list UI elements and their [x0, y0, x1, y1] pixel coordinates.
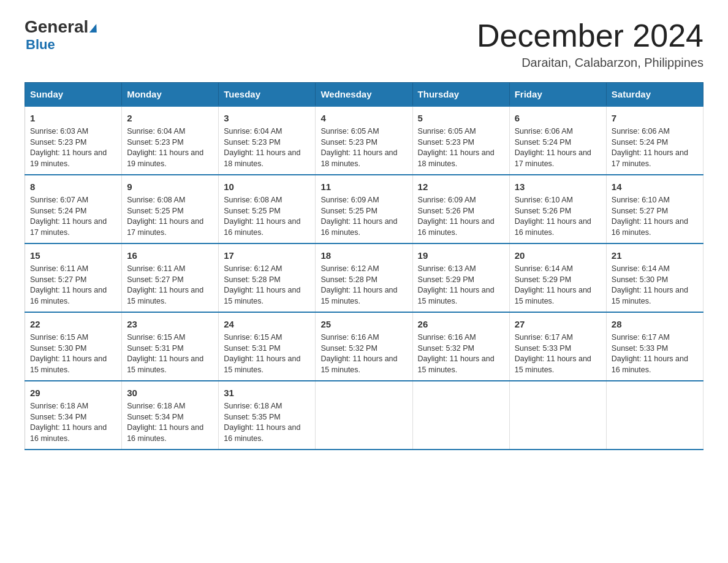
- day-number: 31: [224, 386, 310, 399]
- day-cell-4: 4Sunrise: 6:05 AMSunset: 5:23 PMDaylight…: [316, 106, 412, 175]
- header-saturday: Saturday: [606, 83, 703, 107]
- day-number: 12: [418, 180, 504, 193]
- day-number: 5: [418, 112, 504, 124]
- day-cell-19: 19Sunrise: 6:13 AMSunset: 5:29 PMDayligh…: [412, 243, 509, 312]
- day-cell-6: 6Sunrise: 6:06 AMSunset: 5:24 PMDaylight…: [509, 106, 606, 175]
- day-cell-16: 16Sunrise: 6:11 AMSunset: 5:27 PMDayligh…: [122, 243, 219, 312]
- day-number: 23: [127, 318, 213, 331]
- empty-cell-w4-3: [316, 381, 412, 450]
- logo-general: General: [25, 18, 97, 36]
- location: Daraitan, Calabarzon, Philippines: [477, 56, 703, 70]
- day-number: 20: [515, 249, 601, 262]
- week-row-3: 15Sunrise: 6:11 AMSunset: 5:27 PMDayligh…: [25, 243, 703, 312]
- day-number: 8: [30, 180, 116, 193]
- day-cell-28: 28Sunrise: 6:17 AMSunset: 5:33 PMDayligh…: [606, 312, 703, 381]
- header-sunday: Sunday: [25, 83, 122, 107]
- day-number: 28: [612, 318, 698, 331]
- day-number: 7: [612, 112, 698, 124]
- day-cell-27: 27Sunrise: 6:17 AMSunset: 5:33 PMDayligh…: [509, 312, 606, 381]
- day-cell-18: 18Sunrise: 6:12 AMSunset: 5:28 PMDayligh…: [316, 243, 412, 312]
- header-thursday: Thursday: [412, 83, 509, 107]
- day-cell-11: 11Sunrise: 6:09 AMSunset: 5:25 PMDayligh…: [316, 175, 412, 243]
- day-number: 9: [127, 180, 213, 193]
- day-cell-10: 10Sunrise: 6:08 AMSunset: 5:25 PMDayligh…: [219, 175, 316, 243]
- day-number: 21: [612, 249, 698, 262]
- day-cell-5: 5Sunrise: 6:05 AMSunset: 5:23 PMDaylight…: [412, 106, 509, 175]
- empty-cell-w4-4: [412, 381, 509, 450]
- day-number: 4: [320, 112, 407, 124]
- header-monday: Monday: [122, 83, 219, 107]
- day-cell-17: 17Sunrise: 6:12 AMSunset: 5:28 PMDayligh…: [219, 243, 316, 312]
- page-header: General Blue December 2024 Daraitan, Cal…: [25, 18, 703, 70]
- day-cell-8: 8Sunrise: 6:07 AMSunset: 5:24 PMDaylight…: [25, 175, 122, 243]
- day-number: 10: [224, 180, 310, 193]
- day-number: 30: [127, 386, 213, 399]
- day-number: 25: [320, 318, 407, 331]
- calendar-table: SundayMondayTuesdayWednesdayThursdayFrid…: [25, 82, 703, 450]
- day-number: 6: [515, 112, 601, 124]
- day-cell-7: 7Sunrise: 6:06 AMSunset: 5:24 PMDaylight…: [606, 106, 703, 175]
- week-row-5: 29Sunrise: 6:18 AMSunset: 5:34 PMDayligh…: [25, 381, 703, 450]
- day-number: 18: [320, 249, 407, 262]
- day-cell-23: 23Sunrise: 6:15 AMSunset: 5:31 PMDayligh…: [122, 312, 219, 381]
- day-cell-24: 24Sunrise: 6:15 AMSunset: 5:31 PMDayligh…: [219, 312, 316, 381]
- calendar-header-row: SundayMondayTuesdayWednesdayThursdayFrid…: [25, 83, 703, 107]
- month-title: December 2024: [477, 18, 703, 53]
- day-number: 19: [418, 249, 504, 262]
- day-cell-22: 22Sunrise: 6:15 AMSunset: 5:30 PMDayligh…: [25, 312, 122, 381]
- day-cell-12: 12Sunrise: 6:09 AMSunset: 5:26 PMDayligh…: [412, 175, 509, 243]
- day-number: 16: [127, 249, 213, 262]
- empty-cell-w4-5: [509, 381, 606, 450]
- day-number: 17: [224, 249, 310, 262]
- day-cell-26: 26Sunrise: 6:16 AMSunset: 5:32 PMDayligh…: [412, 312, 509, 381]
- day-number: 26: [418, 318, 504, 331]
- day-cell-13: 13Sunrise: 6:10 AMSunset: 5:26 PMDayligh…: [509, 175, 606, 243]
- logo: General Blue: [25, 18, 97, 53]
- day-cell-21: 21Sunrise: 6:14 AMSunset: 5:30 PMDayligh…: [606, 243, 703, 312]
- day-cell-30: 30Sunrise: 6:18 AMSunset: 5:34 PMDayligh…: [122, 381, 219, 450]
- header-wednesday: Wednesday: [316, 83, 412, 107]
- day-number: 22: [30, 318, 116, 331]
- day-number: 29: [30, 386, 116, 399]
- day-cell-1: 1Sunrise: 6:03 AMSunset: 5:23 PMDaylight…: [25, 106, 122, 175]
- day-number: 14: [612, 180, 698, 193]
- day-cell-29: 29Sunrise: 6:18 AMSunset: 5:34 PMDayligh…: [25, 381, 122, 450]
- day-cell-14: 14Sunrise: 6:10 AMSunset: 5:27 PMDayligh…: [606, 175, 703, 243]
- day-number: 2: [127, 112, 213, 124]
- title-section: December 2024 Daraitan, Calabarzon, Phil…: [477, 18, 703, 70]
- day-cell-31: 31Sunrise: 6:18 AMSunset: 5:35 PMDayligh…: [219, 381, 316, 450]
- day-number: 1: [30, 112, 116, 124]
- header-tuesday: Tuesday: [219, 83, 316, 107]
- day-cell-9: 9Sunrise: 6:08 AMSunset: 5:25 PMDaylight…: [122, 175, 219, 243]
- day-cell-25: 25Sunrise: 6:16 AMSunset: 5:32 PMDayligh…: [316, 312, 412, 381]
- day-number: 11: [320, 180, 407, 193]
- day-number: 15: [30, 249, 116, 262]
- logo-blue-text: Blue: [26, 37, 55, 53]
- day-cell-3: 3Sunrise: 6:04 AMSunset: 5:23 PMDaylight…: [219, 106, 316, 175]
- day-cell-2: 2Sunrise: 6:04 AMSunset: 5:23 PMDaylight…: [122, 106, 219, 175]
- day-number: 24: [224, 318, 310, 331]
- week-row-4: 22Sunrise: 6:15 AMSunset: 5:30 PMDayligh…: [25, 312, 703, 381]
- day-number: 13: [515, 180, 601, 193]
- day-number: 27: [515, 318, 601, 331]
- day-cell-20: 20Sunrise: 6:14 AMSunset: 5:29 PMDayligh…: [509, 243, 606, 312]
- empty-cell-w4-6: [606, 381, 703, 450]
- week-row-1: 1Sunrise: 6:03 AMSunset: 5:23 PMDaylight…: [25, 106, 703, 175]
- day-number: 3: [224, 112, 310, 124]
- week-row-2: 8Sunrise: 6:07 AMSunset: 5:24 PMDaylight…: [25, 175, 703, 243]
- day-cell-15: 15Sunrise: 6:11 AMSunset: 5:27 PMDayligh…: [25, 243, 122, 312]
- header-friday: Friday: [509, 83, 606, 107]
